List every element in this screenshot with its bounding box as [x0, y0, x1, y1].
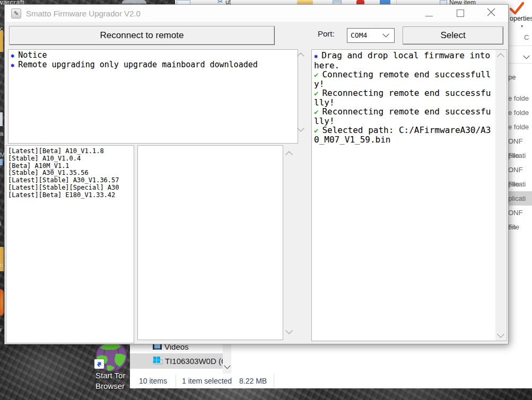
gear-icon: ✱ [314, 52, 318, 60]
firmware-item[interactable]: [Beta] A10M_V1.1 [8, 163, 134, 170]
explorer-window-bottom: Videos TI106303W0D (C 10 items 1 item se… [130, 342, 532, 388]
nav-item-drive[interactable]: TI106303W0D (C [165, 357, 227, 366]
check-icon: ✔ [314, 108, 318, 116]
file-row-type[interactable]: e folde [508, 120, 532, 134]
tor-browser-shortcut[interactable]: Start Tor Browser [93, 340, 134, 396]
desktop-label-fragment: c [0, 25, 3, 32]
scroll-up-icon[interactable] [297, 52, 304, 57]
nav-scrollbar[interactable] [223, 342, 231, 374]
folder-icon-fragment [0, 31, 3, 52]
window-title: Smatto Firmware Upgrador V2.0 [26, 9, 141, 18]
status-selection: 1 item selected [182, 377, 232, 385]
check-icon: ✔ [314, 126, 318, 135]
check-icon: ✔ [314, 70, 318, 79]
title-bar[interactable]: ✎ Smatto Firmware Upgrador V2.0 [5, 5, 508, 22]
maximize-button[interactable] [453, 7, 468, 19]
firmware-item[interactable]: [Stable] A30_V1.35.56 [8, 170, 134, 177]
log-entry: ✔Reconnecting remote end successfully! [314, 107, 494, 126]
close-button[interactable] [483, 7, 499, 19]
select-firmware-button[interactable]: Select [403, 26, 503, 45]
address-bar-fragment[interactable]: C [524, 33, 529, 41]
properties-label[interactable]: operties [510, 15, 532, 22]
desktop-label-fragment: r [0, 326, 2, 333]
file-row-type[interactable]: e folde [508, 91, 532, 105]
close-icon [483, 7, 499, 19]
type-column-header[interactable]: pe [508, 73, 516, 81]
file-row-type-selected[interactable]: plicati [508, 191, 532, 206]
log-entry: ✱Drag and drop local firmware into here. [314, 51, 494, 70]
log-scrollbar[interactable] [495, 50, 506, 341]
log-panel[interactable]: ✱Drag and drop local firmware into here.… [311, 49, 507, 341]
notice-panel[interactable]: ✱Notice ✱Remote upgrading only upgrade m… [8, 49, 298, 144]
file-row-type[interactable]: ONF File [508, 206, 532, 220]
firmware-upgrader-window: ✎ Smatto Firmware Upgrador V2.0 Reconnec… [4, 4, 509, 344]
drive-icon [153, 357, 163, 365]
port-select-dropdown[interactable]: COM4 [347, 28, 395, 43]
divider [508, 46, 532, 46]
explorer-ribbon: ✂ ut New item [175, 0, 532, 4]
firmware-item[interactable]: [Latest][Stable] A30_V1.36.57 [8, 177, 134, 184]
chevron-down-icon[interactable] [523, 55, 530, 59]
notice-line: ✱Remote upgrading only upgrade mainboard… [11, 60, 298, 70]
scroll-down-icon[interactable] [285, 330, 293, 334]
file-type-column: e folde e folde e folde ONF File plicati… [508, 91, 532, 234]
move-to-icon[interactable] [297, 0, 313, 4]
scroll-up-icon[interactable] [497, 53, 504, 57]
status-size: 8.22 MB [239, 377, 267, 385]
file-row-type[interactable]: ONF File [508, 134, 532, 148]
reconnect-to-remote-button[interactable]: Reconnect to remote [9, 26, 275, 45]
delete-icon[interactable] [356, 0, 364, 4]
explorer-window-right-edge: operties ▾ C pe e folde e folde e folde … [508, 0, 532, 388]
file-row-type[interactable]: plicati [508, 177, 532, 191]
minimize-button[interactable] [421, 9, 437, 19]
firmware-item[interactable]: [Latest][Beta] E180_V1.33.42 [8, 192, 134, 199]
cloud-icon [122, 0, 146, 4]
desktop-icon-fragment [0, 159, 3, 165]
log-entry: ✔Selected path: C:/AFirmwareA30/A30_M07_… [314, 126, 494, 144]
port-label: Port: [318, 29, 335, 38]
firmware-item[interactable]: [Latest][Stable][Special] A30 [8, 184, 134, 192]
log-entry: ✔Connecting remote end successfully! [314, 70, 494, 88]
file-row-type[interactable]: on [508, 220, 532, 234]
properties-check-icon[interactable] [509, 1, 524, 15]
chevron-down-icon [382, 33, 389, 38]
shortcut-arrow-badge [94, 359, 104, 369]
desktop-label-fragment: n [0, 262, 3, 268]
scroll-up-icon[interactable] [285, 151, 293, 155]
log-entry: ✔Reconnecting remote end successfully! [314, 88, 494, 107]
chevron-down-icon[interactable] [224, 365, 231, 369]
firefox-icon-fragment [0, 289, 4, 316]
ribbon-divider [396, 0, 397, 4]
file-row-type[interactable]: e folde [508, 105, 532, 120]
scroll-down-icon[interactable] [297, 128, 304, 132]
port-selected-value: COM4 [351, 31, 367, 39]
desktop-label-fragment: s [0, 110, 3, 117]
desktop-label-fragment: i [0, 220, 1, 227]
rename-icon[interactable] [380, 0, 390, 4]
status-item-count: 10 items [139, 377, 167, 385]
firmware-detail-panel[interactable] [137, 145, 283, 340]
file-row-type[interactable]: ONF File [508, 163, 532, 177]
gear-icon: ✱ [11, 61, 14, 69]
desktop-label-fragment: a [0, 130, 3, 137]
gear-icon: ✱ [11, 52, 14, 59]
scroll-down-icon[interactable] [497, 334, 504, 338]
file-row-type[interactable]: plicati [508, 148, 532, 163]
notice-line: ✱Notice [11, 51, 298, 60]
divider [274, 375, 274, 387]
firmware-item[interactable]: [Latest][Beta] A10_V1.1.8 [8, 148, 134, 155]
check-icon: ✔ [314, 89, 318, 97]
divider [176, 375, 176, 387]
tor-browser-label[interactable]: Start Tor Browser [95, 370, 125, 392]
app-pencil-icon: ✎ [11, 8, 21, 19]
log-text-area: ✱Drag and drop local firmware into here.… [312, 50, 494, 144]
firmware-version-list[interactable]: [Latest][Beta] A10_V1.1.8 [Stable] A10_V… [6, 145, 134, 343]
firmware-item[interactable]: [Stable] A10_V1.0.4 [8, 155, 134, 163]
divider [508, 63, 532, 64]
caret-down-icon[interactable]: ▾ [521, 24, 523, 29]
